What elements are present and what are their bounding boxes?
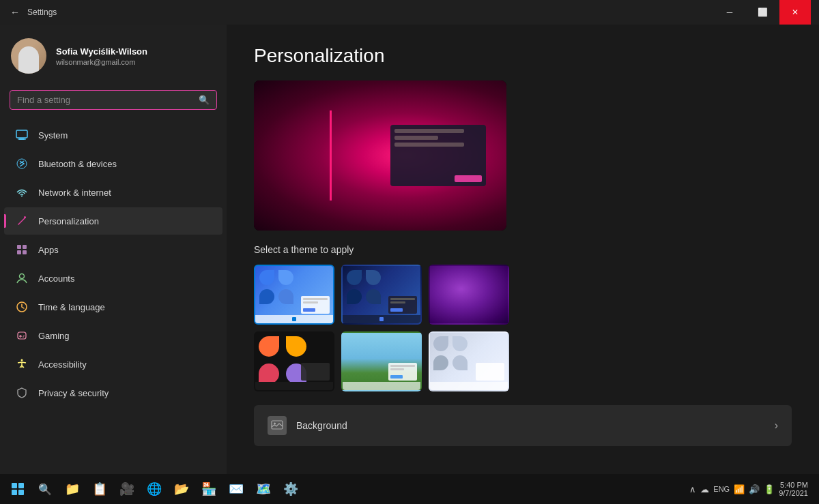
theme-card-purple[interactable] [429,265,509,325]
speaker-icon[interactable]: 🔊 [749,484,760,494]
network-tray-icon[interactable]: 📶 [734,484,745,494]
sidebar-item-system[interactable]: System [4,121,222,149]
svg-rect-7 [23,245,27,249]
taskbar-settings[interactable]: ⚙️ [278,477,303,501]
time-display: 5:40 PM [780,481,808,489]
chevron-right-icon: › [775,419,778,432]
accessibility-icon [15,357,29,371]
sidebar-item-bluetooth[interactable]: Bluetooth & devices [4,150,222,177]
svg-point-18 [274,423,276,425]
theme-card-colorful[interactable] [254,331,334,391]
window-controls: ─ ⬜ ✕ [714,0,811,25]
preview-accent [330,110,332,201]
theme-card-landscape[interactable] [341,331,422,391]
lang-indicator[interactable]: ENG [713,485,730,493]
preview-button [455,175,482,182]
user-email: wilsonmark@gmail.com [56,58,147,66]
taskbar-file-explorer[interactable]: 📁 [60,477,85,501]
theme-preview-background [254,80,506,231]
preview-window [390,125,486,186]
svg-point-10 [20,274,25,279]
preview-line-1 [394,129,464,133]
background-section[interactable]: Background › [254,405,792,446]
user-info: Sofia Wyciślik-Wilson wilsonmark@gmail.c… [56,46,147,66]
preview-line-2 [394,136,438,140]
sidebar-item-accessibility[interactable]: Accessibility [4,351,222,378]
accounts-icon [15,271,29,285]
taskbar-edge[interactable]: 🌐 [142,477,167,501]
titlebar: ← Settings ─ ⬜ ✕ [0,0,819,25]
network-icon [15,186,29,199]
sidebar-item-label: Privacy & security [38,388,109,398]
close-button[interactable]: ✕ [779,0,811,25]
taskbar-search-button[interactable]: 🔍 [33,477,57,501]
sidebar-item-privacy[interactable]: Privacy & security [4,379,222,406]
sidebar-item-label: Accessibility [38,359,87,370]
sidebar: Sofia Wyciślik-Wilson wilsonmark@gmail.c… [0,25,227,474]
sidebar-item-label: Personalization [38,216,99,226]
theme-card-grey[interactable] [429,331,509,391]
svg-rect-9 [23,250,27,254]
battery-icon[interactable]: 🔋 [764,484,775,494]
sidebar-item-label: Time & language [38,302,105,312]
taskbar-system-tray: ∧ ☁ ENG 📶 🔊 🔋 5:40 PM 9/7/2021 [684,481,814,497]
content-area: Personalization Select a theme to apply [227,25,819,474]
gaming-icon [15,329,29,342]
taskbar-teams[interactable]: 🎥 [115,477,139,501]
main-layout: Sofia Wyciślik-Wilson wilsonmark@gmail.c… [0,25,819,474]
svg-rect-8 [17,250,21,254]
sidebar-item-accounts[interactable]: Accounts [4,265,222,292]
taskbar: 🔍 📁 📋 🎥 🌐 📂 🏪 ✉️ 🗺️ ⚙️ ∧ ☁ ENG 📶 🔊 🔋 5:4… [0,474,819,504]
select-theme-label: Select a theme to apply [254,244,792,255]
taskbar-maps[interactable]: 🗺️ [251,477,276,501]
taskbar-store[interactable]: 🏪 [197,477,221,501]
sidebar-item-label: Network & internet [38,188,111,198]
bluetooth-icon [15,157,29,171]
theme-preview [254,80,506,231]
taskbar-widgets[interactable]: 📋 [87,477,112,501]
search-box[interactable]: 🔍 [10,90,217,110]
svg-point-5 [24,216,26,218]
system-icon [15,128,29,142]
sidebar-item-label: Accounts [38,273,74,284]
avatar-image [11,38,46,74]
avatar [11,38,46,74]
theme-card-windows-dark[interactable] [341,265,422,325]
chevron-up-icon[interactable]: ∧ [689,484,696,494]
sidebar-item-network[interactable]: Network & internet [4,179,222,206]
background-label: Background [296,420,765,431]
start-button[interactable] [5,477,30,501]
user-profile[interactable]: Sofia Wyciślik-Wilson wilsonmark@gmail.c… [0,25,227,85]
date-display: 9/7/2021 [779,489,808,497]
sidebar-item-apps[interactable]: Apps [4,236,222,263]
theme-grid [254,265,792,391]
sidebar-item-label: Apps [38,245,59,255]
theme-card-windows-light[interactable] [254,265,334,325]
taskbar-explorer2[interactable]: 📂 [169,477,194,501]
personalization-icon [15,214,29,228]
cloud-icon[interactable]: ☁ [700,484,709,494]
background-icon [268,416,287,435]
system-icons: ∧ ☁ ENG 📶 🔊 🔋 [689,484,775,494]
preview-line-3 [394,143,464,147]
sidebar-item-label: Bluetooth & devices [38,159,117,169]
search-input[interactable] [17,95,193,105]
back-icon: ← [10,7,20,18]
sidebar-item-time[interactable]: Time & language [4,293,222,321]
sidebar-item-label: Gaming [38,331,70,341]
avatar-person-shape [18,46,39,74]
search-container: 🔍 [0,85,227,121]
svg-point-3 [17,159,27,168]
sidebar-item-personalization[interactable]: Personalization [4,207,222,235]
svg-point-4 [21,196,23,197]
svg-point-16 [21,359,23,361]
svg-point-14 [23,336,25,337]
time-icon [15,300,29,314]
maximize-button[interactable]: ⬜ [747,0,778,25]
back-button[interactable]: ← [8,5,22,19]
minimize-button[interactable]: ─ [714,0,745,25]
taskbar-mail[interactable]: ✉️ [224,477,248,501]
user-name: Sofia Wyciślik-Wilson [56,46,147,57]
sidebar-item-gaming[interactable]: Gaming [4,322,222,349]
taskbar-clock[interactable]: 5:40 PM 9/7/2021 [779,481,808,497]
